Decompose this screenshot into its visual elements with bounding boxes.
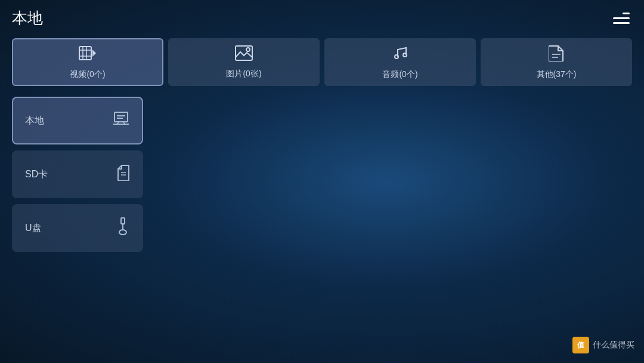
video-tab-icon [79,45,97,66]
video-tab-label: 视频(0个) [70,69,105,80]
svg-rect-0 [79,47,91,60]
svg-point-9 [403,53,407,57]
svg-rect-18 [121,218,125,224]
local-source-label: 本地 [25,115,44,127]
svg-point-8 [395,55,398,59]
menu-line-long [613,17,630,19]
page-title: 本地 [12,8,43,29]
tab-other[interactable]: 其他(37个) [481,38,632,86]
other-tab-label: 其他(37个) [537,69,577,80]
watermark: 值 什么值得买 [572,337,634,353]
usb-source-icon [116,217,130,239]
svg-point-20 [119,230,126,235]
content-area: 本地SD卡U盘 [0,97,644,252]
menu-line-long2 [613,22,630,24]
photo-tab-label: 图片(0张) [226,69,261,79]
usb-source-label: U盘 [25,222,42,235]
source-card-sdcard[interactable]: SD卡 [12,150,143,198]
tab-photo[interactable]: 图片(0张) [168,38,320,86]
sidebar: 本地SD卡U盘 [12,97,143,252]
menu-button[interactable] [613,13,630,24]
source-card-local[interactable]: 本地 [12,97,143,144]
watermark-badge: 值 [572,337,589,353]
photo-tab-icon [235,45,253,65]
audio-tab-icon [392,45,408,66]
svg-point-7 [246,48,250,51]
svg-rect-12 [114,112,128,122]
watermark-text: 什么值得买 [593,340,634,350]
svg-marker-5 [92,50,96,57]
header: 本地 [0,0,644,36]
local-source-icon [112,111,130,130]
tabs-row: 视频(0个)图片(0张)音频(0个)其他(37个) [0,38,644,86]
other-tab-icon [549,45,564,66]
audio-tab-label: 音频(0个) [382,69,417,80]
tab-video[interactable]: 视频(0个) [12,38,163,86]
menu-line-short [623,13,630,14]
sdcard-source-label: SD卡 [25,168,48,181]
source-card-usb[interactable]: U盘 [12,204,143,252]
sdcard-source-icon [117,164,130,184]
tab-audio[interactable]: 音频(0个) [324,38,476,86]
